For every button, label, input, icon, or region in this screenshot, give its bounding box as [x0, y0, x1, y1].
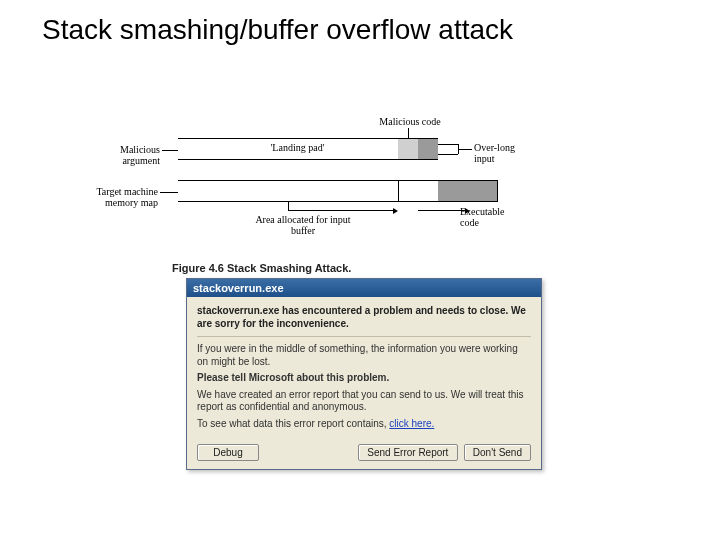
dialog-see-line: To see what data this error report conta… [197, 418, 531, 431]
error-dialog: stackoverrun.exe stackoverrun.exe has en… [186, 278, 542, 470]
send-error-report-button[interactable]: Send Error Report [358, 444, 458, 461]
label-area-allocated: Area allocated for input buffer [248, 214, 358, 236]
slide-title: Stack smashing/buffer overflow attack [42, 14, 513, 46]
dialog-info-lost: If you were in the middle of something, … [197, 343, 531, 368]
dialog-tell-body: We have created an error report that you… [197, 389, 531, 414]
stack-smash-diagram: Malicious argument 'Landing pad' Malicio… [160, 122, 560, 252]
dialog-see-prefix: To see what data this error report conta… [197, 418, 389, 429]
dialog-title-text: stackoverrun.exe [193, 282, 284, 294]
dialog-titlebar[interactable]: stackoverrun.exe [187, 279, 541, 297]
debug-button[interactable]: Debug [197, 444, 259, 461]
click-here-link[interactable]: click here. [389, 418, 434, 429]
label-target-memory-map: Target machine memory map [86, 186, 158, 208]
label-malicious-code: Malicious code [370, 116, 450, 127]
figure-caption: Figure 4.6 Stack Smashing Attack. [172, 262, 351, 274]
label-landing-pad: 'Landing pad' [250, 142, 345, 153]
dialog-tell-heading: Please tell Microsoft about this problem… [197, 372, 531, 385]
dialog-main-message: stackoverrun.exe has encountered a probl… [197, 305, 531, 330]
label-malicious-argument: Malicious argument [100, 144, 160, 166]
label-overlong-input: Over-long input [474, 142, 534, 164]
dont-send-button[interactable]: Don't Send [464, 444, 531, 461]
label-executable-code: Executable code [460, 206, 524, 228]
